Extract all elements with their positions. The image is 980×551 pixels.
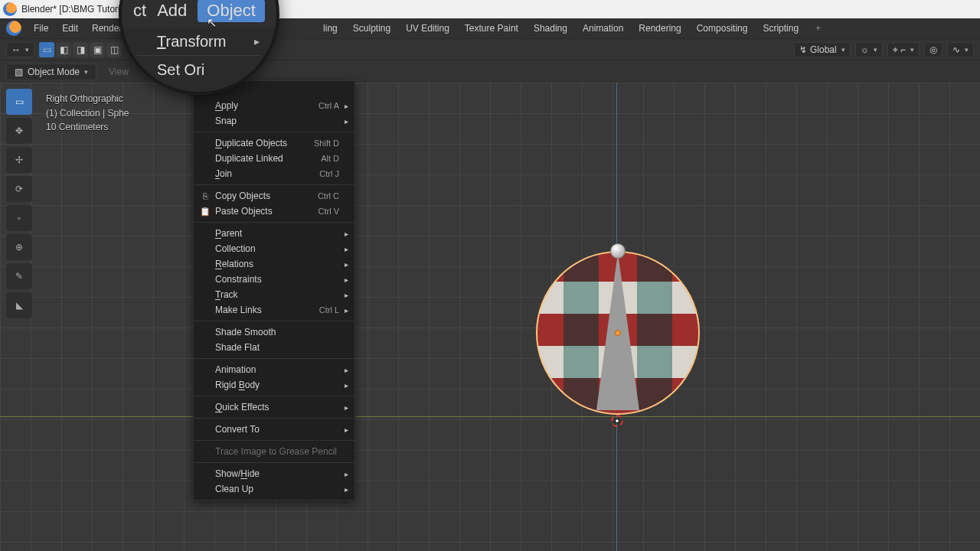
menu-copy-objects[interactable]: ⎘Copy ObjectsCtrl C [194,188,354,204]
tab-rendering[interactable]: Rendering [631,20,688,37]
menu-separator [194,396,354,396]
tool-transform[interactable]: ⊕ [6,234,32,260]
viewport-toolbar: ▭ ✥ ✢ ⟳ ▫ ⊕ ✎ ◣ [6,89,32,318]
menu-trace-image-grease-pencil: Trace Image to Grease Pencil [194,444,354,459]
menu-animation[interactable]: Animation [194,362,354,377]
tab-modeling[interactable]: ling [315,20,345,37]
menu-rigid-body[interactable]: Rigid Body [194,377,354,393]
menu-apply[interactable]: ApplyCtrl A [194,98,354,113]
menu-convert-to[interactable]: Convert To [194,422,354,437]
paste-icon: 📋 [200,206,211,217]
menu-duplicate-objects[interactable]: Duplicate ObjectsShift D [194,135,354,151]
magnified-object-button[interactable]: Object ↖ [198,0,265,22]
proportional-falloff-dropdown[interactable]: ∿▾ [947,42,974,57]
menu-join[interactable]: JoinCtrl J [194,166,354,181]
tool-select-box[interactable]: ▭ [6,89,32,115]
transform-orientation-dropdown[interactable]: ↯ Global▾ [794,42,851,57]
menu-clean-up[interactable]: Clean Up [194,481,354,497]
menu-separator [194,440,354,441]
tab-animation[interactable]: Animation [575,20,631,37]
menu-separator [194,184,354,185]
menu-separator [194,222,354,223]
select-box-icon[interactable]: ▭ [39,42,54,57]
viewport-3d[interactable]: ▭ ✥ ✢ ⟳ ▫ ⊕ ✎ ◣ Right Orthographic (1) C… [0,83,980,551]
menu-shade-flat[interactable]: Shade Flat [194,340,354,355]
viewport-overlay-info: Right Orthographic (1) Collection | Sphe… [46,92,129,135]
menu-separator [194,418,354,419]
menu-edit[interactable]: Edit [56,20,84,37]
tool-scale[interactable]: ▫ [6,205,32,231]
tool-rotate[interactable]: ⟳ [6,176,32,202]
blender-logo-icon [3,2,17,16]
menu-quick-effects[interactable]: Quick Effects [194,399,354,415]
blender-icon[interactable] [6,21,21,36]
select-mode-icons: ▭ ◧ ◨ ▣ ◫ [39,42,122,57]
tab-compositing[interactable]: Compositing [689,20,756,37]
menu-relations[interactable]: Relations [194,256,354,272]
magnified-set-origin-label: Set Ori [157,61,204,79]
menu-snap[interactable]: Snap [194,113,354,129]
object-sphere[interactable] [536,251,700,415]
add-workspace-button[interactable]: + [808,20,828,37]
copy-icon: ⎘ [200,191,211,201]
menu-duplicate-linked[interactable]: Duplicate LinkedAlt D [194,151,354,166]
snap-toggle[interactable]: ⌖ ⌐ ▾ [887,42,920,57]
cube-icon: ▧ [15,67,23,77]
object-menu: ApplyCtrl A Snap Duplicate ObjectsShift … [193,80,355,500]
pivot-dropdown[interactable]: ☼▾ [855,42,883,57]
overlay-view-name: Right Orthographic [46,92,129,106]
menu-constraints[interactable]: Constraints [194,272,354,287]
menu-shade-smooth[interactable]: Shade Smooth [194,324,354,340]
tab-shading[interactable]: Shading [526,20,575,37]
menu-collection[interactable]: Collection [194,241,354,256]
menu-parent[interactable]: Parent [194,226,354,241]
menu-track[interactable]: Track [194,287,354,302]
select-intersect-icon[interactable]: ◫ [106,42,122,57]
tool-measure[interactable]: ◣ [6,292,32,318]
menu-file[interactable]: File [28,20,54,37]
menu-show-hide[interactable]: Show/Hide [194,466,354,481]
overlay-grid-scale: 10 Centimeters [46,120,129,135]
tab-scripting[interactable]: Scripting [755,20,806,37]
magnified-view-fragment: ct [133,1,146,21]
3d-cursor-icon[interactable] [609,413,625,429]
magnified-add: Add [157,1,187,21]
menu-separator [194,462,354,463]
viewport-grid [0,83,980,551]
menu-paste-objects[interactable]: 📋Paste ObjectsCtrl V [194,204,354,219]
magnified-menu-transform[interactable]: Transform [122,28,276,55]
menu-separator [194,358,354,359]
tab-texture-paint[interactable]: Texture Paint [457,20,526,37]
menu-view[interactable]: View [104,64,133,80]
mode-label: Object Mode [28,67,80,77]
menu-separator [194,132,354,132]
select-invert-icon[interactable]: ◨ [73,42,88,57]
object-origin-icon [615,330,621,336]
tab-sculpting[interactable]: Sculpting [345,20,398,37]
menu-make-links[interactable]: Make LinksCtrl L [194,302,354,318]
select-all-icon[interactable]: ◧ [56,42,71,57]
overlay-collection: (1) Collection | Sphe [46,106,129,121]
cursor-tool-dropdown[interactable]: ↔▾ [6,42,34,57]
tool-annotate[interactable]: ✎ [6,263,32,289]
menu-separator [194,321,354,321]
tool-cursor[interactable]: ✥ [6,118,32,144]
interaction-mode-dropdown[interactable]: ▧ Object Mode ▾ [6,64,96,80]
select-none-icon[interactable]: ▣ [90,42,105,57]
object-origin-sphere-icon [610,243,626,259]
tool-move[interactable]: ✢ [6,147,32,173]
orientation-label: Global [810,44,837,55]
axis-x-line [0,416,980,417]
tab-uv-editing[interactable]: UV Editing [398,20,457,37]
magnified-mode-row: ct Add Object ↖ [122,0,276,28]
proportional-edit-toggle[interactable]: ◎ [924,42,942,57]
